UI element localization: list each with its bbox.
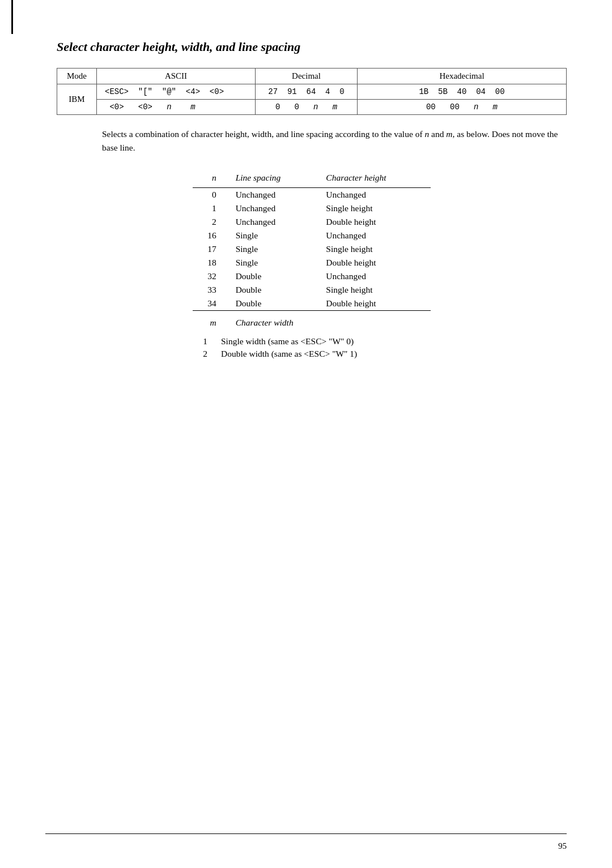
m-num-2: 2 [193, 349, 221, 359]
left-bar [11, 0, 13, 34]
ls-val-17: Single [230, 242, 321, 256]
n-val-16: 16 [193, 229, 230, 242]
command-table: Mode ASCII Decimal Hexadecimal IBM <ESC>… [57, 68, 567, 115]
inner-col-n: n [193, 170, 230, 188]
m-label-n: m [193, 311, 230, 330]
ch-val-33: Single height [320, 283, 431, 297]
ls-val-33: Double [230, 283, 321, 297]
table-row-ibm-2: <0> <0> n m 0 0 n m 00 00 n m [57, 100, 567, 115]
n-val-32: 32 [193, 270, 230, 283]
table-row-ibm-1: IBM <ESC> "[" "@" <4> <0> 27 91 64 4 0 1… [57, 84, 567, 100]
m-item-1: 1 Single width (same as <ESC> "W" 0) [193, 335, 431, 348]
decimal-row1: 27 91 64 4 0 [256, 84, 358, 100]
inner-table-header-row: n Line spacing Character height [193, 170, 431, 188]
page-title: Select character height, width, and line… [57, 40, 567, 54]
description: Selects a combination of character heigh… [102, 127, 567, 155]
col-header-decimal: Decimal [256, 69, 358, 84]
mode-ibm: IBM [57, 84, 97, 115]
footer-line [45, 833, 567, 834]
ch-val-0: Unchanged [320, 188, 431, 202]
inner-col-charheight: Character height [320, 170, 431, 188]
inner-row-17: 17 Single Single height [193, 242, 431, 256]
ch-val-18: Double height [320, 256, 431, 270]
ch-val-34: Double height [320, 297, 431, 311]
m-desc-1: Single width (same as <ESC> "W" 0) [221, 336, 431, 347]
n-val-34: 34 [193, 297, 230, 311]
page-number: 95 [558, 841, 567, 851]
hex-row1: 1B 5B 40 04 00 [358, 84, 567, 100]
ls-val-2: Unchanged [230, 215, 321, 229]
n-val-17: 17 [193, 242, 230, 256]
ls-val-0: Unchanged [230, 188, 321, 202]
inner-col-linespacing: Line spacing [230, 170, 321, 188]
ch-val-2: Double height [320, 215, 431, 229]
inner-table: n Line spacing Character height 0 Unchan… [193, 170, 431, 330]
m-section-row: m Character width [193, 311, 431, 330]
page: Select character height, width, and line… [0, 0, 612, 868]
col-header-ascii: ASCII [97, 69, 256, 84]
ls-val-18: Single [230, 256, 321, 270]
ch-val-17: Single height [320, 242, 431, 256]
m-list-wrapper: 1 Single width (same as <ESC> "W" 0) 2 D… [57, 335, 567, 360]
ls-val-32: Double [230, 270, 321, 283]
ascii-row1: <ESC> "[" "@" <4> <0> [97, 84, 256, 100]
inner-row-34: 34 Double Double height [193, 297, 431, 311]
inner-row-2: 2 Unchanged Double height [193, 215, 431, 229]
m-list: 1 Single width (same as <ESC> "W" 0) 2 D… [193, 335, 431, 360]
inner-row-32: 32 Double Unchanged [193, 270, 431, 283]
n-val-33: 33 [193, 283, 230, 297]
ls-val-34: Double [230, 297, 321, 311]
ch-val-32: Unchanged [320, 270, 431, 283]
inner-table-wrapper: n Line spacing Character height 0 Unchan… [57, 170, 567, 330]
inner-row-18: 18 Single Double height [193, 256, 431, 270]
col-header-mode: Mode [57, 69, 97, 84]
m-num-1: 1 [193, 336, 221, 347]
n-val-0: 0 [193, 188, 230, 202]
n-val-2: 2 [193, 215, 230, 229]
ls-val-1: Unchanged [230, 202, 321, 215]
col-header-hex: Hexadecimal [358, 69, 567, 84]
m-item-2: 2 Double width (same as <ESC> "W" 1) [193, 348, 431, 360]
ch-val-16: Unchanged [320, 229, 431, 242]
hex-row2: 00 00 n m [358, 100, 567, 115]
m-desc-2: Double width (same as <ESC> "W" 1) [221, 349, 431, 359]
ascii-row2: <0> <0> n m [97, 100, 256, 115]
inner-row-33: 33 Double Single height [193, 283, 431, 297]
inner-row-0: 0 Unchanged Unchanged [193, 188, 431, 202]
n-val-1: 1 [193, 202, 230, 215]
ls-val-16: Single [230, 229, 321, 242]
inner-row-1: 1 Unchanged Single height [193, 202, 431, 215]
ch-val-1: Single height [320, 202, 431, 215]
n-val-18: 18 [193, 256, 230, 270]
decimal-row2: 0 0 n m [256, 100, 358, 115]
m-label-desc: Character width [230, 311, 431, 330]
inner-row-16: 16 Single Unchanged [193, 229, 431, 242]
